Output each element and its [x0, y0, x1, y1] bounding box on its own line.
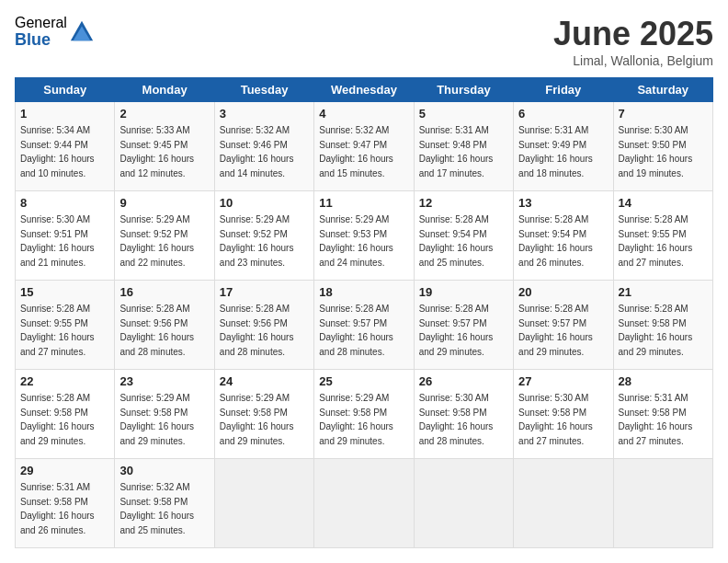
calendar-cell: 7Sunrise: 5:30 AMSunset: 9:50 PMDaylight…	[613, 102, 712, 191]
day-info: Sunrise: 5:30 AMSunset: 9:58 PMDaylight:…	[518, 393, 593, 446]
day-number: 18	[319, 284, 408, 301]
day-number: 9	[119, 195, 209, 212]
calendar-cell: 29Sunrise: 5:31 AMSunset: 9:58 PMDayligh…	[16, 459, 115, 548]
calendar-cell: 12Sunrise: 5:28 AMSunset: 9:54 PMDayligh…	[414, 191, 513, 281]
day-number: 6	[518, 106, 608, 122]
calendar-cell: 1Sunrise: 5:34 AMSunset: 9:44 PMDaylight…	[16, 102, 115, 191]
day-info: Sunrise: 5:30 AMSunset: 9:51 PMDaylight:…	[20, 214, 95, 268]
day-number: 24	[220, 373, 309, 390]
col-sunday: Sunday	[16, 78, 115, 102]
col-thursday: Thursday	[414, 78, 513, 102]
calendar-row-5: 29Sunrise: 5:31 AMSunset: 9:58 PMDayligh…	[16, 459, 713, 548]
page: General Blue June 2025 Limal, Wallonia, …	[0, 0, 728, 563]
calendar-cell: 2Sunrise: 5:33 AMSunset: 9:45 PMDaylight…	[115, 102, 214, 191]
day-number: 4	[319, 106, 408, 122]
calendar-cell: 19Sunrise: 5:28 AMSunset: 9:57 PMDayligh…	[414, 281, 513, 370]
day-info: Sunrise: 5:34 AMSunset: 9:44 PMDaylight:…	[20, 125, 95, 178]
day-number: 23	[119, 373, 209, 390]
calendar-cell: 30Sunrise: 5:32 AMSunset: 9:58 PMDayligh…	[115, 459, 214, 548]
day-info: Sunrise: 5:28 AMSunset: 9:54 PMDaylight:…	[518, 214, 593, 268]
day-info: Sunrise: 5:28 AMSunset: 9:56 PMDaylight:…	[220, 304, 294, 357]
logo-blue: Blue	[15, 31, 67, 50]
day-info: Sunrise: 5:31 AMSunset: 9:58 PMDaylight:…	[619, 393, 693, 446]
calendar-cell: 17Sunrise: 5:28 AMSunset: 9:56 PMDayligh…	[214, 281, 313, 370]
day-number: 3	[220, 106, 309, 122]
title-area: June 2025 Limal, Wallonia, Belgium	[553, 15, 713, 68]
day-info: Sunrise: 5:29 AMSunset: 9:52 PMDaylight:…	[220, 214, 294, 268]
day-info: Sunrise: 5:28 AMSunset: 9:57 PMDaylight:…	[319, 304, 393, 357]
header-row: Sunday Monday Tuesday Wednesday Thursday…	[16, 78, 713, 102]
day-info: Sunrise: 5:29 AMSunset: 9:58 PMDaylight:…	[220, 393, 294, 446]
col-monday: Monday	[115, 78, 214, 102]
month-title: June 2025	[553, 15, 713, 53]
day-number: 8	[20, 195, 109, 212]
calendar-cell: 18Sunrise: 5:28 AMSunset: 9:57 PMDayligh…	[314, 281, 414, 370]
logo: General Blue	[15, 15, 95, 49]
day-number: 21	[619, 284, 708, 301]
day-number: 2	[119, 106, 209, 122]
calendar-cell: 13Sunrise: 5:28 AMSunset: 9:54 PMDayligh…	[514, 191, 613, 281]
calendar-cell	[414, 459, 513, 548]
day-number: 11	[319, 195, 408, 212]
calendar-cell: 27Sunrise: 5:30 AMSunset: 9:58 PMDayligh…	[514, 370, 613, 459]
day-number: 15	[20, 284, 109, 301]
day-info: Sunrise: 5:30 AMSunset: 9:50 PMDaylight:…	[619, 125, 693, 178]
calendar-row-2: 8Sunrise: 5:30 AMSunset: 9:51 PMDaylight…	[16, 191, 713, 281]
calendar-cell: 24Sunrise: 5:29 AMSunset: 9:58 PMDayligh…	[214, 370, 313, 459]
day-info: Sunrise: 5:31 AMSunset: 9:58 PMDaylight:…	[20, 482, 95, 535]
day-number: 12	[419, 195, 508, 212]
day-number: 19	[419, 284, 508, 301]
calendar-cell: 21Sunrise: 5:28 AMSunset: 9:58 PMDayligh…	[613, 281, 712, 370]
col-tuesday: Tuesday	[214, 78, 313, 102]
calendar-cell: 20Sunrise: 5:28 AMSunset: 9:57 PMDayligh…	[514, 281, 613, 370]
day-info: Sunrise: 5:28 AMSunset: 9:55 PMDaylight:…	[20, 304, 95, 357]
calendar-cell: 22Sunrise: 5:28 AMSunset: 9:58 PMDayligh…	[16, 370, 115, 459]
logo-text: General Blue	[15, 15, 67, 49]
day-number: 17	[220, 284, 309, 301]
calendar-cell: 28Sunrise: 5:31 AMSunset: 9:58 PMDayligh…	[613, 370, 712, 459]
day-number: 16	[119, 284, 209, 301]
calendar-cell: 10Sunrise: 5:29 AMSunset: 9:52 PMDayligh…	[214, 191, 313, 281]
location: Limal, Wallonia, Belgium	[553, 53, 713, 68]
calendar-cell: 14Sunrise: 5:28 AMSunset: 9:55 PMDayligh…	[613, 191, 712, 281]
day-number: 14	[619, 195, 708, 212]
calendar-row-1: 1Sunrise: 5:34 AMSunset: 9:44 PMDaylight…	[16, 102, 713, 191]
calendar-cell: 9Sunrise: 5:29 AMSunset: 9:52 PMDaylight…	[115, 191, 214, 281]
day-info: Sunrise: 5:32 AMSunset: 9:47 PMDaylight:…	[319, 125, 393, 178]
col-wednesday: Wednesday	[314, 78, 414, 102]
day-info: Sunrise: 5:28 AMSunset: 9:58 PMDaylight:…	[619, 304, 693, 357]
calendar-cell: 8Sunrise: 5:30 AMSunset: 9:51 PMDaylight…	[16, 191, 115, 281]
calendar-cell: 23Sunrise: 5:29 AMSunset: 9:58 PMDayligh…	[115, 370, 214, 459]
day-number: 10	[220, 195, 309, 212]
day-info: Sunrise: 5:28 AMSunset: 9:57 PMDaylight:…	[518, 304, 593, 357]
day-info: Sunrise: 5:28 AMSunset: 9:58 PMDaylight:…	[20, 393, 95, 446]
calendar-cell: 5Sunrise: 5:31 AMSunset: 9:48 PMDaylight…	[414, 102, 513, 191]
day-number: 5	[419, 106, 508, 122]
day-number: 27	[518, 373, 608, 390]
day-info: Sunrise: 5:29 AMSunset: 9:53 PMDaylight:…	[319, 214, 393, 268]
day-number: 25	[319, 373, 408, 390]
calendar-table: Sunday Monday Tuesday Wednesday Thursday…	[15, 77, 713, 548]
day-number: 7	[619, 106, 708, 122]
day-number: 26	[419, 373, 508, 390]
day-info: Sunrise: 5:28 AMSunset: 9:55 PMDaylight:…	[619, 214, 693, 268]
calendar-row-3: 15Sunrise: 5:28 AMSunset: 9:55 PMDayligh…	[16, 281, 713, 370]
calendar-cell: 3Sunrise: 5:32 AMSunset: 9:46 PMDaylight…	[214, 102, 313, 191]
calendar-cell: 25Sunrise: 5:29 AMSunset: 9:58 PMDayligh…	[314, 370, 414, 459]
day-info: Sunrise: 5:31 AMSunset: 9:48 PMDaylight:…	[419, 125, 494, 178]
logo-general: General	[15, 15, 67, 31]
day-number: 1	[20, 106, 109, 122]
day-number: 30	[119, 463, 209, 479]
col-saturday: Saturday	[613, 78, 712, 102]
day-info: Sunrise: 5:29 AMSunset: 9:58 PMDaylight:…	[119, 393, 194, 446]
logo-icon	[69, 19, 95, 45]
calendar-cell: 15Sunrise: 5:28 AMSunset: 9:55 PMDayligh…	[16, 281, 115, 370]
calendar-cell: 11Sunrise: 5:29 AMSunset: 9:53 PMDayligh…	[314, 191, 414, 281]
day-info: Sunrise: 5:30 AMSunset: 9:58 PMDaylight:…	[419, 393, 494, 446]
calendar-cell: 26Sunrise: 5:30 AMSunset: 9:58 PMDayligh…	[414, 370, 513, 459]
calendar-cell	[613, 459, 712, 548]
calendar-cell: 4Sunrise: 5:32 AMSunset: 9:47 PMDaylight…	[314, 102, 414, 191]
day-number: 29	[20, 463, 109, 479]
col-friday: Friday	[514, 78, 613, 102]
day-number: 20	[518, 284, 608, 301]
